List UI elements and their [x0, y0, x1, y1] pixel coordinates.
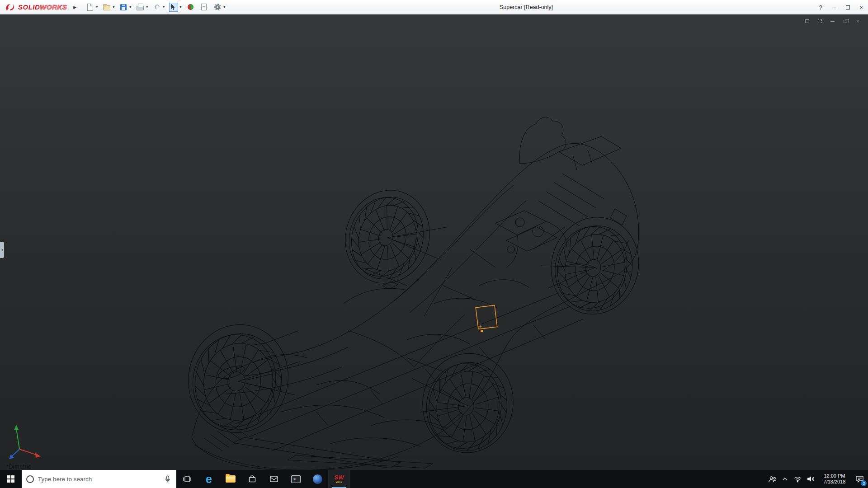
view-orientation-label: *Dimetric [6, 463, 31, 470]
maximize-icon [846, 5, 850, 9]
microphone-icon[interactable] [164, 475, 172, 483]
minimize-button[interactable]: – [827, 0, 841, 14]
file-explorer-button[interactable] [220, 470, 241, 488]
graphics-viewport[interactable]: × [0, 14, 868, 470]
next-window-button[interactable] [815, 17, 825, 25]
document-window-controls: × [802, 17, 863, 25]
wifi-icon [793, 475, 802, 483]
minimize-icon [830, 21, 835, 22]
rebuild-button[interactable] [185, 1, 196, 13]
people-icon [768, 476, 777, 483]
solidworks-logo[interactable]: SOLIDWORKS [0, 0, 70, 14]
new-document-button[interactable]: ▾ [85, 1, 99, 13]
save-button[interactable]: ▾ [118, 1, 132, 13]
task-view-icon [183, 476, 192, 483]
select-active-box [169, 3, 178, 12]
folder-icon [226, 475, 236, 483]
system-tray: 12:00 PM 7/13/2018 3 [766, 470, 868, 488]
selection-box[interactable] [476, 305, 497, 332]
edrawings-button[interactable] [307, 470, 328, 488]
titlebar: SOLIDWORKS ▶ ▾ ▾ ▾ ▾ ▾ ▾ ▾ Supercar [Rea… [0, 0, 868, 14]
chevron-down-icon[interactable]: ▾ [223, 5, 225, 9]
start-button[interactable] [0, 470, 22, 488]
options-button[interactable]: ▾ [212, 1, 226, 13]
window-icon [805, 19, 809, 23]
gear-icon [214, 4, 221, 10]
volume-button[interactable] [804, 470, 817, 488]
taskbar-search[interactable] [22, 470, 176, 488]
new-document-icon [87, 4, 93, 11]
clock-time: 12:00 PM [824, 473, 845, 479]
store-button[interactable] [241, 470, 263, 488]
clock-date: 7/13/2018 [824, 479, 846, 485]
car-wheels-wireframe [184, 187, 642, 456]
rebuild-icon [188, 4, 193, 10]
brand-solid: SOLID [18, 3, 40, 11]
open-folder-icon [103, 5, 110, 10]
store-bag-icon [248, 475, 257, 483]
document-minimize-button[interactable] [828, 17, 837, 25]
taskbar: e >_ SW 2017 [0, 470, 868, 488]
undo-icon [154, 4, 161, 11]
chevron-up-icon [782, 477, 788, 481]
solidworks-2017-button[interactable]: SW 2017 [328, 470, 350, 488]
orientation-triad [9, 425, 41, 459]
file-properties-button[interactable] [198, 1, 209, 13]
console-icon: >_ [291, 475, 301, 483]
car-wireframe-scene [0, 14, 868, 470]
undo-button[interactable]: ▾ [151, 1, 165, 13]
ds-logo-icon [5, 3, 16, 12]
brand-works: WORKS [40, 3, 67, 11]
mail-button[interactable] [263, 470, 285, 488]
maximize-button[interactable] [841, 0, 854, 14]
edge-icon: e [206, 474, 212, 485]
print-button[interactable]: ▾ [135, 1, 149, 13]
hidden-icons-button[interactable] [778, 470, 791, 488]
edge-button[interactable]: e [198, 470, 220, 488]
document-restore-button[interactable] [840, 17, 850, 25]
chevron-down-icon[interactable]: ▾ [113, 5, 114, 9]
window-controls: ? – × [814, 0, 868, 14]
speaker-icon [807, 475, 815, 483]
action-center-button[interactable]: 3 [852, 470, 868, 488]
menu-flyout-arrow[interactable]: ▶ [70, 5, 80, 9]
help-button[interactable]: ? [814, 0, 827, 14]
document-close-button[interactable]: × [853, 17, 863, 25]
previous-window-button[interactable] [802, 17, 812, 25]
task-view-button[interactable] [176, 470, 198, 488]
brand-text: SOLIDWORKS [18, 3, 67, 11]
chevron-down-icon[interactable]: ▾ [96, 5, 98, 9]
save-icon [120, 4, 127, 10]
mail-envelope-icon [269, 475, 278, 483]
select-button[interactable]: ▾ [168, 1, 182, 13]
quick-access-toolbar: ▾ ▾ ▾ ▾ ▾ ▾ ▾ [85, 1, 226, 13]
file-properties-icon [201, 4, 207, 10]
close-button[interactable]: × [854, 0, 868, 14]
chevron-down-icon[interactable]: ▾ [179, 5, 181, 9]
cortana-icon [26, 475, 34, 483]
solidworks-window: SOLIDWORKS ▶ ▾ ▾ ▾ ▾ ▾ ▾ ▾ Supercar [Rea… [0, 0, 868, 488]
select-cursor-icon [171, 4, 176, 10]
window-icon [818, 19, 822, 23]
feature-panel-collapse-tab[interactable] [0, 242, 4, 258]
search-input[interactable] [38, 476, 160, 483]
chevron-down-icon[interactable]: ▾ [146, 5, 148, 9]
chevron-down-icon[interactable]: ▾ [129, 5, 131, 9]
network-button[interactable] [791, 470, 804, 488]
solidworks-2017-icon: SW 2017 [335, 474, 344, 484]
print-icon [137, 6, 144, 10]
command-prompt-button[interactable]: >_ [285, 470, 307, 488]
edrawings-icon [313, 474, 322, 484]
notification-badge: 3 [861, 480, 867, 486]
chevron-left-icon [1, 249, 3, 251]
taskbar-clock[interactable]: 12:00 PM 7/13/2018 [817, 470, 852, 488]
restore-icon [844, 20, 847, 23]
chevron-down-icon[interactable]: ▾ [163, 5, 165, 9]
people-button[interactable] [766, 470, 778, 488]
open-button[interactable]: ▾ [101, 1, 115, 13]
window-title: Supercar [Read-only] [500, 0, 553, 14]
windows-logo-icon [7, 475, 14, 483]
